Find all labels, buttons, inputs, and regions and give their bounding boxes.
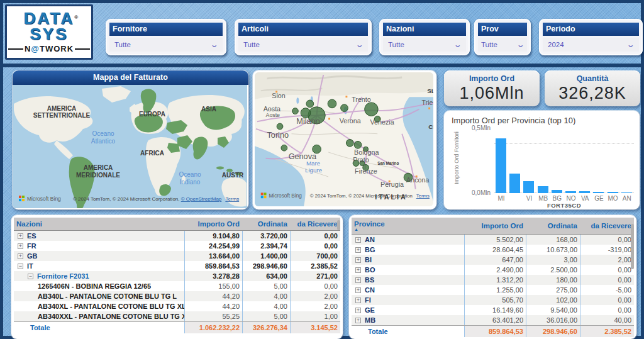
- table-row-ab340l[interactable]: AB340L - PANTALONE COTONE BLU TG L44,204…: [14, 291, 340, 301]
- cell-value: 180,00: [526, 275, 580, 285]
- cell-value: 4,00: [242, 301, 290, 311]
- table-row-fr[interactable]: +FR24.254,992.394,740,00: [14, 241, 340, 251]
- filter-prov-dropdown[interactable]: Tutte ⌄: [478, 38, 527, 52]
- bar-MI[interactable]: [496, 138, 506, 193]
- world-map-card: Mappa del Fatturato: [13, 70, 248, 209]
- map-label: Ancona: [406, 176, 429, 184]
- chart-y-axis-title: Importo Ord Fornitori: [453, 126, 460, 189]
- chevron-down-icon[interactable]: ⌄: [516, 40, 525, 49]
- cell-value: 44,20: [184, 301, 242, 311]
- expand-icon[interactable]: +: [355, 297, 361, 303]
- map-label: SETTENTRIONALE: [33, 112, 91, 119]
- cell-value: 3.278,28: [184, 271, 242, 281]
- column-header-ordinata[interactable]: Ordinata: [242, 218, 290, 230]
- expand-icon[interactable]: +: [355, 318, 361, 323]
- kpi-quantita: Quantità 326,28K: [545, 70, 640, 106]
- column-header-province[interactable]: Province▲: [352, 218, 464, 234]
- bar-VA[interactable]: [579, 191, 590, 193]
- expand-icon[interactable]: +: [355, 237, 361, 243]
- chevron-down-icon[interactable]: ⌄: [453, 40, 462, 49]
- expand-icon[interactable]: +: [355, 257, 361, 263]
- table-row-ge[interactable]: +GE16.149,609.540,000,00: [352, 305, 634, 315]
- scrollbar-thumb[interactable]: [631, 224, 634, 269]
- world-map[interactable]: AMERICASETTENTRIONALEEUROPAASIAOceanoAtl…: [13, 85, 247, 208]
- expand-icon[interactable]: +: [355, 308, 361, 313]
- table-row-ab340xxl[interactable]: AB340XXL - PANTALONE COTONE BLU TG XXL55…: [14, 311, 340, 321]
- map-bubble[interactable]: [292, 108, 299, 114]
- column-header-ordinata[interactable]: Ordinata: [526, 220, 580, 232]
- terms-link[interactable]: Terms: [416, 193, 430, 199]
- map-bubble[interactable]: [365, 103, 378, 116]
- cell-value: 2,00: [290, 291, 340, 301]
- filter-articoli-dropdown[interactable]: Tutte ⌄: [238, 38, 368, 52]
- chevron-down-icon[interactable]: ⌄: [210, 40, 218, 49]
- column-header-nazioni[interactable]: Nazioni: [14, 218, 184, 230]
- expand-icon[interactable]: +: [355, 247, 361, 253]
- filter-nazioni-dropdown[interactable]: Tutte ⌄: [383, 38, 466, 52]
- map-bubble[interactable]: [341, 104, 348, 112]
- italy-map[interactable]: SionAostaAosteTorinoMilanoTrentoVeronaVe…: [255, 72, 433, 206]
- bar-MO[interactable]: [608, 192, 618, 193]
- cell-value: 2.385,52: [290, 261, 340, 271]
- chevron-down-icon[interactable]: ⌄: [626, 40, 635, 49]
- bar-VI[interactable]: [523, 181, 534, 193]
- cell-value: 700,00: [290, 251, 340, 261]
- scrollbar-thumb[interactable]: [337, 220, 340, 230]
- table-row-es[interactable]: +ES9.104,803.720,000,00: [14, 231, 340, 241]
- table-row-cn[interactable]: +CN1.255,00275,00-5,00: [352, 285, 634, 295]
- cell-value: 55,25: [184, 311, 242, 321]
- kpi-quantita-value: 326,28K: [558, 84, 626, 103]
- map-bubble[interactable]: [301, 108, 311, 118]
- bar-BG[interactable]: [552, 190, 562, 193]
- column-header-importo-ord[interactable]: Importo Ord: [184, 218, 242, 230]
- total-value: 1.062.232,22: [184, 322, 242, 333]
- map-bubble[interactable]: [328, 99, 336, 108]
- table-row-1265406n[interactable]: 1265406N - BOBINA REGGIA 12/65155,005,00…: [14, 281, 340, 291]
- province-table-card: Province▲Importo OrdOrdinatada Ricevere+…: [349, 215, 636, 339]
- table-row-bi[interactable]: +BI647,003,002,00: [352, 255, 634, 265]
- bar-MB[interactable]: [538, 186, 548, 193]
- map-bubble[interactable]: [346, 140, 353, 147]
- column-header-da-ricevere[interactable]: da Ricevere: [290, 218, 340, 230]
- table-row-fi[interactable]: +FI505,70102,000,00: [352, 295, 634, 305]
- map-bubble[interactable]: [306, 100, 314, 108]
- kpi-importo-ord: Importo Ord 1,06Mln: [444, 70, 540, 106]
- bar-idx1[interactable]: [509, 174, 520, 193]
- x-tick-label: MI: [494, 195, 508, 202]
- filter-fornitore-dropdown[interactable]: Tutte ⌄: [109, 38, 223, 52]
- cell-value: 102,00: [526, 295, 580, 305]
- table-row-an[interactable]: +AN5.502,00168,000,00: [352, 235, 634, 245]
- filter-articoli-value: Tutte: [243, 41, 260, 48]
- table-row-bs[interactable]: +BS1.312,20180,000,00: [352, 275, 634, 285]
- bar-NO[interactable]: [565, 191, 576, 193]
- expand-icon[interactable]: +: [355, 287, 361, 293]
- collapse-icon[interactable]: −: [18, 264, 23, 269]
- table-row-it[interactable]: −IT859.864,53298.946,602.385,52: [14, 261, 340, 271]
- column-header-da-ricevere[interactable]: da Ricevere: [580, 220, 634, 232]
- table-row-mb[interactable]: +MB63.401,2036.016,0040,00: [352, 315, 634, 325]
- expand-icon[interactable]: +: [18, 233, 23, 239]
- map-bubble[interactable]: [354, 141, 362, 148]
- table-row-bg[interactable]: +BG28.604,4510.673,00-319,00: [352, 245, 634, 255]
- column-header-importo-ord[interactable]: Importo Ord: [464, 220, 526, 232]
- expand-icon[interactable]: +: [18, 243, 23, 249]
- expand-icon[interactable]: +: [18, 253, 23, 259]
- table-row-bo[interactable]: +BO2.490,002.500,000,00: [352, 265, 634, 275]
- terms-link[interactable]: Terms: [225, 196, 239, 202]
- map-bubble[interactable]: [281, 145, 287, 151]
- filter-periodo-dropdown[interactable]: 2024 ⌄: [543, 38, 639, 52]
- expand-icon[interactable]: +: [355, 277, 361, 283]
- bar-GE[interactable]: [593, 192, 604, 193]
- table-row-fornitore[interactable]: −Fornitore F20313.278,28634,00271,00: [14, 271, 340, 281]
- table-row-gb[interactable]: +GB13.664,001.400,00700,00: [14, 251, 340, 261]
- expand-icon[interactable]: +: [355, 267, 361, 273]
- chevron-down-icon[interactable]: ⌄: [355, 40, 364, 49]
- filter-articoli-title: Articoli: [238, 23, 368, 36]
- collapse-icon[interactable]: −: [28, 274, 33, 279]
- cell-value: -319,00: [580, 245, 634, 255]
- map-bubble[interactable]: [277, 123, 283, 130]
- table-row-ab340xl[interactable]: AB340XL - PANTALONE COTONE BLU TG XL44,2…: [14, 301, 340, 311]
- cell-value: 36.016,00: [526, 315, 580, 325]
- bar-AN[interactable]: [621, 192, 632, 194]
- openstreetmap-link[interactable]: © OpenStreetMap: [181, 196, 222, 202]
